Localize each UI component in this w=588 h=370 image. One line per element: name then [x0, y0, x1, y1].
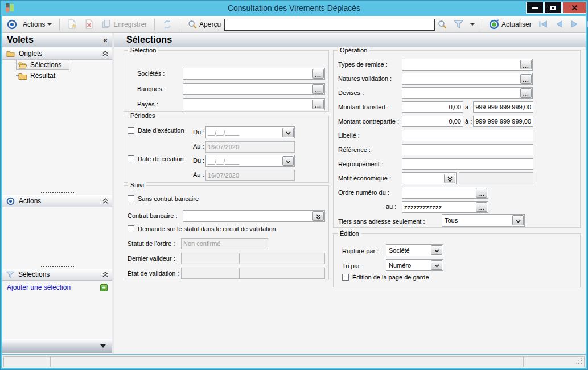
- chevron-down-icon: [434, 249, 439, 253]
- ordre-numero-au-input[interactable]: [402, 204, 475, 211]
- date-execution-checkbox[interactable]: [128, 127, 134, 134]
- date-execution-row: Date d'exécution: [128, 127, 184, 134]
- date-creation-checkbox[interactable]: [128, 155, 134, 162]
- preview-button[interactable]: Aperçu: [186, 19, 223, 30]
- save-button[interactable]: Enregistrer: [100, 18, 149, 30]
- montant-contrepartie-max-input[interactable]: [473, 116, 533, 127]
- tiers-dropdown-button[interactable]: [512, 215, 524, 225]
- regroupement-input[interactable]: [402, 158, 533, 170]
- sidebar-item-resultat[interactable]: Résultat: [18, 71, 55, 81]
- tree-item-label: Sélections: [30, 61, 61, 69]
- etat-validation-label: État de validation :: [128, 270, 179, 277]
- nav-first-icon: [538, 20, 548, 28]
- libelle-input[interactable]: [402, 130, 533, 141]
- filter-button[interactable]: [452, 19, 465, 30]
- sidebar-item-selections[interactable]: Sélections: [16, 60, 69, 70]
- nav-prev-button[interactable]: [553, 19, 565, 29]
- rupture-par-label: Rupture par :: [342, 248, 379, 254]
- section-header-actions[interactable]: Actions: [2, 195, 112, 207]
- delete-button[interactable]: [83, 18, 96, 30]
- refresh-data-button[interactable]: Actualiser: [487, 18, 533, 31]
- natures-validation-browse-button[interactable]: ...: [520, 74, 532, 84]
- du-date-value[interactable]: __/__/____: [206, 129, 282, 136]
- banques-input[interactable]: [183, 86, 312, 93]
- collapse-sidebar-button[interactable]: «: [103, 35, 108, 44]
- ordre-numero-du-browse-button[interactable]: ...: [476, 188, 487, 198]
- societes-browse-button[interactable]: ...: [312, 69, 324, 79]
- demande-statut-checkbox[interactable]: [128, 225, 134, 232]
- devises-input[interactable]: [402, 90, 520, 97]
- nav-last-button[interactable]: [584, 19, 588, 29]
- devises-label: Devises :: [338, 89, 364, 96]
- collapse-section-icon: [102, 198, 108, 204]
- maximize-button[interactable]: [544, 2, 562, 14]
- regroupement-label: Regroupement :: [338, 161, 383, 167]
- tri-dropdown-button[interactable]: [431, 260, 442, 270]
- minimize-button[interactable]: [526, 2, 544, 14]
- status-bar: [2, 355, 586, 368]
- demande-statut-label: Demande sur le statut dans le circuit de…: [138, 225, 276, 232]
- resize-grip[interactable]: [581, 363, 582, 364]
- motif-economique-input[interactable]: [402, 175, 443, 182]
- tiers-sans-adresse-label: Tiers sans adresse seulement :: [338, 218, 425, 225]
- montant-transfert-max-input[interactable]: [473, 101, 533, 113]
- du-dropdown-button[interactable]: [282, 128, 294, 137]
- actions-menu-button[interactable]: Actions: [21, 19, 54, 30]
- etat-validation-input-1: [181, 268, 240, 279]
- contrat-bancaire-label: Contrat bancaire :: [128, 212, 177, 219]
- contrat-bancaire-dropdown-button[interactable]: [312, 211, 324, 221]
- banques-browse-button[interactable]: ...: [312, 84, 324, 94]
- filter-options-button[interactable]: [468, 22, 476, 27]
- actualiser-icon: [489, 19, 499, 30]
- actions-target-icon: [7, 19, 17, 30]
- societes-input[interactable]: [183, 71, 312, 77]
- refresh-button[interactable]: [161, 18, 174, 31]
- devises-browse-button[interactable]: ...: [520, 88, 532, 98]
- types-remise-input[interactable]: [402, 61, 520, 68]
- search-button[interactable]: [436, 19, 449, 30]
- tri-par-combo[interactable]: Numéro: [386, 259, 443, 271]
- dernier-valideur-input-2: [239, 253, 325, 264]
- reference-input[interactable]: [402, 144, 533, 155]
- nav-first-button[interactable]: [537, 19, 550, 29]
- section-header-selections[interactable]: Sélections: [2, 268, 112, 281]
- ordre-numero-du-label: Ordre numéro du :: [338, 189, 389, 196]
- group-operation: Opération Types de remise : ... Natures …: [333, 50, 581, 228]
- tree-connector: [15, 61, 15, 76]
- ordre-numero-du-input[interactable]: [402, 190, 475, 196]
- payes-browse-button[interactable]: ...: [312, 100, 324, 109]
- ordre-numero-au-browse-button[interactable]: ...: [476, 202, 487, 212]
- motif-economique-dropdown-button[interactable]: [444, 174, 455, 183]
- ordre-numero-au-label: au :: [386, 203, 396, 210]
- search-input[interactable]: [224, 19, 435, 31]
- close-button[interactable]: [562, 2, 586, 14]
- societes-field: ...: [183, 68, 325, 80]
- dernier-valideur-input-1: [181, 253, 240, 264]
- rupture-dropdown-button[interactable]: [431, 245, 442, 255]
- section-header-onglets[interactable]: Onglets: [2, 47, 112, 60]
- toolbar-separator: [482, 19, 482, 30]
- natures-validation-input[interactable]: [402, 76, 520, 83]
- sans-contrat-checkbox[interactable]: [128, 195, 134, 202]
- du-date-value[interactable]: __/__/____: [206, 158, 282, 165]
- nav-next-button[interactable]: [569, 19, 581, 29]
- sidebar: Volets « Onglets Sélections Résul: [2, 33, 112, 354]
- contrat-bancaire-combo: [183, 210, 325, 222]
- banques-label: Banques :: [137, 85, 166, 92]
- add-selection-link[interactable]: Ajouter une sélection: [7, 283, 71, 291]
- page-garde-checkbox[interactable]: [342, 274, 349, 281]
- montant-contrepartie-min-input[interactable]: [402, 116, 463, 127]
- tiers-sans-adresse-combo[interactable]: Tous: [442, 214, 525, 227]
- selections-section-label: Sélections: [18, 270, 50, 278]
- title-bar[interactable]: Consultation des Virements Déplacés: [0, 0, 588, 16]
- rupture-par-combo[interactable]: Société: [386, 244, 443, 256]
- montant-transfert-min-input[interactable]: [402, 101, 463, 113]
- add-selection-plus-button[interactable]: +: [100, 284, 108, 291]
- payes-input[interactable]: [183, 101, 312, 108]
- section-separator: [41, 266, 74, 267]
- du-dropdown-button[interactable]: [282, 156, 294, 166]
- contrat-bancaire-input[interactable]: [183, 213, 312, 220]
- new-button[interactable]: [65, 18, 79, 30]
- sidebar-scroll-down-button[interactable]: [2, 339, 112, 353]
- types-remise-browse-button[interactable]: ...: [520, 60, 532, 69]
